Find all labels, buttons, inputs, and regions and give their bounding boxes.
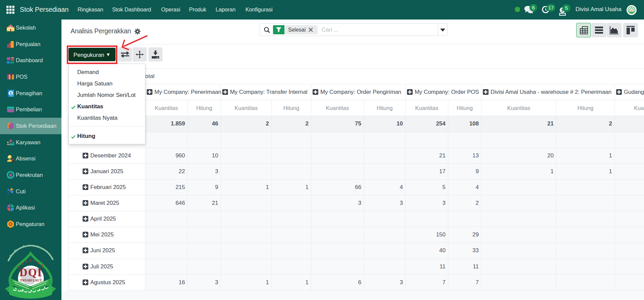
svg-text:DQI: DQI (19, 266, 42, 278)
svg-text:A: A (29, 259, 32, 262)
svg-text:TANAH LAUT: TANAH LAUT (20, 278, 42, 282)
svg-text:$: $ (10, 91, 12, 96)
svg-text:Y: Y (24, 259, 28, 263)
svg-text:S: S (33, 259, 36, 263)
